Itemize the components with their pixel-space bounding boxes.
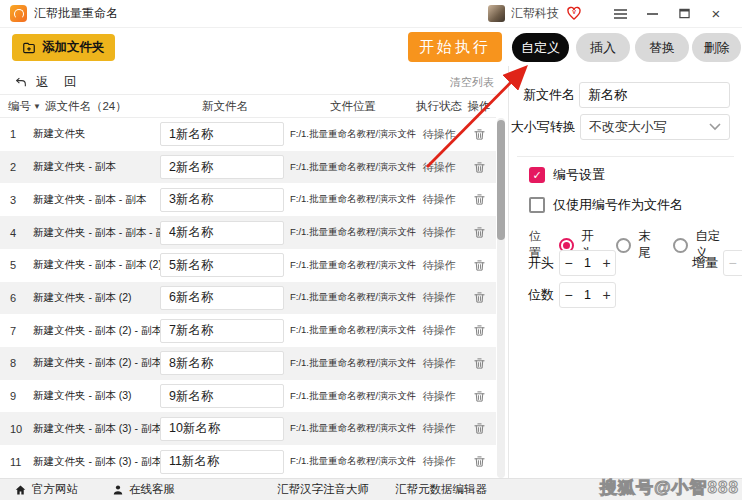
start-minus-button[interactable]: − (560, 255, 577, 271)
user-avatar[interactable] (488, 5, 505, 22)
back-button[interactable]: 返 回 (14, 74, 82, 91)
column-header-source[interactable]: ▼ 源文件名（24） (33, 99, 160, 114)
row-status: 待操作 (416, 127, 462, 142)
row-status: 待操作 (416, 454, 462, 469)
account-name: 汇帮科技 (511, 5, 559, 22)
row-newname-input[interactable] (160, 221, 284, 245)
metadata-editor-link[interactable]: 汇帮元数据编辑器 (395, 482, 487, 497)
table-header: 编号 ▼ 源文件名（24） 新文件名 文件位置 执行状态 操作 (0, 94, 496, 118)
menu-icon[interactable] (604, 2, 636, 26)
row-source-name: 新建文件夹 - 副本 - 副本 (2) (33, 258, 160, 272)
trash-icon (473, 226, 486, 239)
list-scrollbar-track[interactable] (497, 118, 505, 478)
increment-minus-button[interactable]: − (724, 255, 741, 271)
row-file-location: F:/1.批量重命名教程/演示文件夹/新 (290, 390, 416, 403)
minimize-icon[interactable] (636, 2, 668, 26)
trash-icon (473, 128, 486, 141)
column-header-newname: 新文件名 (160, 99, 290, 114)
trash-icon (473, 291, 486, 304)
tab-custom[interactable]: 自定义 (512, 33, 569, 62)
delete-row-button[interactable] (471, 289, 488, 306)
delete-row-button[interactable] (471, 355, 488, 372)
delete-row-button[interactable] (471, 420, 488, 437)
svg-text:V: V (572, 9, 576, 15)
maximize-icon[interactable] (668, 2, 700, 26)
row-number: 4 (0, 227, 33, 239)
digits-stepper: − 1 + (559, 282, 616, 308)
table-row: 3 新建文件夹 - 副本 - 副本 F:/1.批量重命名教程/演示文件夹/新 待… (0, 183, 496, 216)
delete-row-button[interactable] (471, 257, 488, 274)
start-value: 1 (577, 256, 598, 270)
row-newname-input[interactable] (160, 155, 284, 179)
row-newname-input[interactable] (160, 319, 284, 343)
row-newname-input[interactable] (160, 188, 284, 212)
increment-label: 增量 (668, 254, 718, 272)
app-window: 汇帮批量重命名 汇帮科技 V × (0, 0, 742, 500)
list-scrollbar-thumb[interactable] (497, 120, 505, 240)
only-number-checkbox[interactable] (529, 197, 545, 213)
close-icon[interactable]: × (700, 2, 732, 26)
new-name-input[interactable] (579, 82, 730, 108)
column-header-status: 执行状态 (416, 99, 462, 114)
row-source-name: 新建文件夹 - 副本 (2) - 副本 - 副本 (33, 356, 160, 370)
row-newname-input[interactable] (160, 351, 284, 375)
row-source-name: 新建文件夹 - 副本 (3) (33, 389, 160, 403)
row-newname-input[interactable] (160, 286, 284, 310)
row-source-name: 新建文件夹 - 副本 (33, 160, 160, 174)
row-file-location: F:/1.批量重命名教程/演示文件夹/新 (290, 226, 416, 239)
row-newname-input[interactable] (160, 253, 284, 277)
numbering-checkbox[interactable]: ✓ (529, 167, 545, 183)
clear-list-button[interactable]: 清空列表 (450, 75, 494, 90)
row-file-location: F:/1.批量重命名教程/演示文件夹/新 (290, 259, 416, 272)
delete-row-button[interactable] (471, 453, 488, 470)
row-status: 待操作 (416, 421, 462, 436)
start-execute-button[interactable]: 开始执行 (408, 32, 502, 62)
person-icon (112, 484, 124, 496)
only-number-label: 仅使用编号作为文件名 (553, 196, 683, 214)
delete-row-button[interactable] (471, 126, 488, 143)
online-support-link[interactable]: 在线客服 (112, 482, 175, 497)
official-website-link[interactable]: 官方网站 (14, 482, 78, 497)
row-newname-input[interactable] (160, 384, 284, 408)
trash-icon (473, 390, 486, 403)
pinyin-master-link[interactable]: 汇帮汉字注音大师 (277, 482, 369, 497)
delete-row-button[interactable] (471, 224, 488, 241)
table-row: 5 新建文件夹 - 副本 - 副本 (2) F:/1.批量重命名教程/演示文件夹… (0, 249, 496, 282)
digits-value: 1 (577, 288, 598, 302)
delete-row-button[interactable] (471, 191, 488, 208)
row-number: 2 (0, 161, 33, 173)
row-status: 待操作 (416, 356, 462, 371)
digits-minus-button[interactable]: − (560, 287, 577, 303)
row-newname-input[interactable] (160, 450, 284, 474)
case-convert-select[interactable]: 不改变大小写 (580, 114, 730, 140)
trash-icon (473, 161, 486, 174)
sort-desc-icon: ▼ (33, 102, 41, 111)
row-number: 7 (0, 325, 33, 337)
row-status: 待操作 (416, 225, 462, 240)
trash-icon (473, 455, 486, 468)
tab-insert[interactable]: 插入 (576, 33, 630, 62)
row-status: 待操作 (416, 323, 462, 338)
tab-delete[interactable]: 删除 (692, 33, 741, 62)
table-row: 1 新建文件夹 F:/1.批量重命名教程/演示文件夹/新 待操作 (0, 118, 496, 151)
delete-row-button[interactable] (471, 388, 488, 405)
table-row: 2 新建文件夹 - 副本 F:/1.批量重命名教程/演示文件夹/新 待操作 (0, 151, 496, 184)
vip-badge-icon[interactable]: V (565, 6, 582, 22)
trash-icon (473, 193, 486, 206)
row-source-name: 新建文件夹 - 副本 (3) - 副本 (33, 422, 160, 436)
start-number-label: 开头 (509, 254, 554, 272)
delete-row-button[interactable] (471, 159, 488, 176)
add-folder-button[interactable]: 添加文件夹 (12, 34, 115, 61)
row-newname-input[interactable] (160, 122, 284, 146)
start-plus-button[interactable]: + (598, 255, 615, 271)
column-header-location: 文件位置 (290, 99, 416, 114)
tab-replace[interactable]: 替换 (635, 33, 689, 62)
row-source-name: 新建文件夹 - 副本 (2) (33, 291, 160, 305)
digits-plus-button[interactable]: + (598, 287, 615, 303)
new-name-label: 新文件名 (509, 86, 575, 104)
delete-row-button[interactable] (471, 322, 488, 339)
row-newname-input[interactable] (160, 417, 284, 441)
row-status: 待操作 (416, 160, 462, 175)
row-source-name: 新建文件夹 - 副本 - 副本 - 副本 (33, 226, 160, 240)
row-source-name: 新建文件夹 (33, 127, 160, 141)
